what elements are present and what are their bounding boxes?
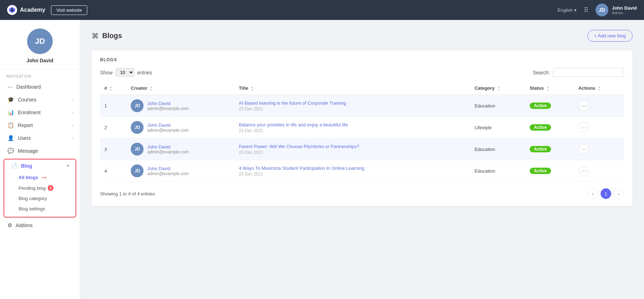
cell-status: Active [525,138,574,160]
blog-settings-label: Blog settings [19,206,45,211]
nav-section-label: NAVIGATION [0,69,80,80]
status-badge: Active [530,146,551,152]
cell-title: AI-Based learning is the future of Corpo… [235,95,471,117]
creator-name: John David [147,101,188,106]
blog-date: 23 Dec 2021 [239,128,466,133]
row-action-button[interactable]: ⋯ [578,166,589,176]
sidebar-subitem-pending-blog[interactable]: Pending blog 0 [15,183,76,193]
row-action-button[interactable]: ⋯ [578,122,589,133]
pagination-prev-button[interactable]: ‹ [588,188,598,199]
cell-title: 4 Ways To Maximize Student Participation… [235,160,471,182]
language-chevron-icon: ▾ [574,7,577,13]
courses-icon: 🎓 [7,96,14,103]
status-badge: Active [530,168,551,174]
chevron-right-icon: › [72,123,73,128]
creator-email: admin@example.com [147,128,188,133]
cell-creator: JD John David admin@example.com [126,138,234,160]
sidebar-profile: JD John David [0,20,80,69]
sidebar-item-label: Report [18,122,68,128]
enrolment-icon: 📊 [7,109,14,116]
pending-badge: 0 [48,185,53,191]
visit-website-button[interactable]: Visit website [51,5,87,15]
cell-actions: ⋯ [574,117,624,138]
svg-marker-3 [45,177,47,178]
blog-title-link[interactable]: Balance your priorities in life and enjo… [239,122,466,127]
table-footer: Showing 1 to 4 of 4 entries ‹ 1 › [100,188,624,199]
row-action-button[interactable]: ⋯ [578,100,589,111]
status-badge: Active [530,124,551,131]
sidebar-item-label: Addons [16,222,73,228]
blog-title-link[interactable]: Parent Power: Will We Choose Pitchforks … [239,144,466,149]
app-name: Academy [20,7,45,13]
sidebar-item-dashboard[interactable]: ⋯ Dashboard [0,80,80,93]
blog-icon: 📄 [11,163,17,169]
language-label: English [557,7,573,13]
logo-icon: A [7,5,17,15]
pagination-next-button[interactable]: › [613,188,624,199]
sidebar-item-users[interactable]: 👤 Users › [0,132,80,145]
blogs-table: # ▲▼ Creator ▲▼ Title ▲▼ Category [100,82,624,182]
creator-avatar: JD [131,99,144,112]
show-entries-control: Show 10 25 50 entries [100,68,152,77]
grid-apps-icon[interactable]: ⠿ [584,6,588,14]
cell-status: Active [525,160,574,182]
sidebar-item-label: Courses [18,97,68,103]
table-section-label: BLOGS [100,57,624,62]
sidebar-item-courses[interactable]: 🎓 Courses › [0,93,80,106]
add-new-blog-button[interactable]: + Add new blog [587,30,633,42]
cell-category: Education [470,138,525,160]
sidebar-username: John David [6,58,74,63]
entries-select[interactable]: 10 25 50 [115,68,134,77]
sidebar-item-enrolment[interactable]: 📊 Enrolment › [0,106,80,119]
sidebar-item-label: Enrolment [18,110,68,115]
user-menu[interactable]: JD John David Admin [596,4,637,16]
showing-text: Showing 1 to 4 of 4 entries [100,191,155,196]
main-content: ⌘ Blogs + Add new blog BLOGS Show 10 25 … [80,20,644,299]
sidebar-item-addons[interactable]: ⚙ Addons [0,219,80,232]
language-selector[interactable]: English ▾ [557,7,577,13]
blog-title-link[interactable]: AI-Based learning is the future of Corpo… [239,100,466,106]
sidebar-item-report[interactable]: 📋 Report › [0,119,80,132]
show-label: Show [100,70,113,75]
report-icon: 📋 [7,122,14,128]
table-row: 2 JD John David admin@example.com Balanc… [100,117,624,138]
cell-creator: JD John David admin@example.com [126,117,234,138]
app-logo[interactable]: A Academy [7,5,45,15]
creator-email: admin@example.com [147,150,188,154]
sidebar-subitem-blog-category[interactable]: Blog category [15,193,76,204]
col-status: Status ▲▼ [525,82,574,95]
search-label: Search: [533,70,550,75]
chevron-right-icon: › [72,136,73,141]
status-badge: Active [530,103,551,109]
search-input[interactable] [553,68,624,77]
cell-num: 2 [100,117,126,138]
cell-creator: JD John David admin@example.com [126,160,234,182]
creator-email: admin@example.com [147,171,188,176]
pagination-page-1-button[interactable]: 1 [601,188,611,199]
chevron-right-icon: › [72,110,73,115]
svg-text:A: A [11,8,13,12]
sidebar-avatar: JD [27,28,53,54]
page-title: Blogs [102,32,122,40]
pagination: ‹ 1 › [588,188,624,199]
sidebar-item-label: Blog [21,163,63,169]
chevron-right-icon: › [72,97,73,102]
creator-name: John David [147,122,188,128]
page-header: ⌘ Blogs + Add new blog [92,30,633,42]
cell-actions: ⋯ [574,160,624,182]
creator-avatar: JD [131,121,144,134]
sidebar-item-message[interactable]: 💬 Message [0,145,80,157]
sidebar-item-blog[interactable]: 📄 Blog ▾ [4,159,76,172]
blog-title-link[interactable]: 4 Ways To Maximize Student Participation… [239,166,466,171]
sidebar-subitem-blog-settings[interactable]: Blog settings [15,204,76,214]
page-title-row: ⌘ Blogs [92,32,122,40]
sidebar-subitem-all-blogs[interactable]: All blogs [15,172,76,183]
blog-date: 23 Dec 2021 [239,106,466,111]
row-action-button[interactable]: ⋯ [578,144,589,154]
all-blogs-label: All blogs [19,175,38,180]
table-row: 3 JD John David admin@example.com Parent… [100,138,624,160]
cell-creator: JD John David admin@example.com [126,95,234,117]
cell-title: Balance your priorities in life and enjo… [235,117,471,138]
col-creator: Creator ▲▼ [126,82,234,95]
avatar: JD [596,4,608,16]
